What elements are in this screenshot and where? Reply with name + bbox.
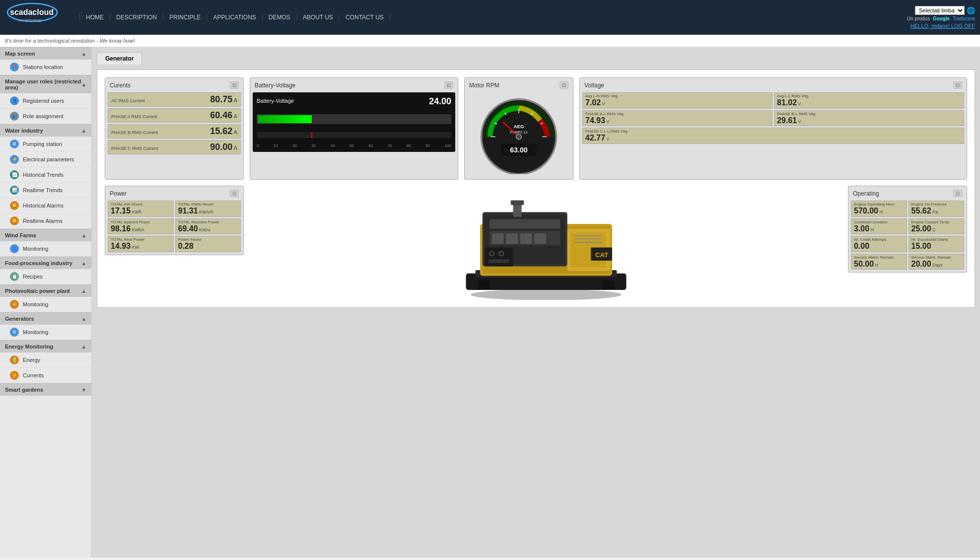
op-value-6: 50.00 xyxy=(854,260,874,268)
rpm-expand[interactable]: ⊡ xyxy=(560,81,568,89)
sidebar-section-users[interactable]: Manage user roles (restricted area) ▲ xyxy=(0,75,91,93)
sidebar-item-energy[interactable]: 🔋 Energy xyxy=(0,352,91,368)
sidebar-item-pump[interactable]: ⚙ Pumping station xyxy=(0,137,91,152)
sidebar-section-energy[interactable]: Energy Monitoring ▲ xyxy=(0,340,91,352)
nav-links: HOME DESCRIPTION PRINCIPLE APPLICATIONS … xyxy=(79,14,907,21)
op-label-7: Service Maint. Remain xyxy=(911,255,962,260)
op-value-2: 3.00 xyxy=(854,224,869,233)
nav-demos[interactable]: DEMOS xyxy=(263,14,297,21)
nav-description[interactable]: DESCRIPTION xyxy=(110,14,163,21)
battery-panel: Battery-Voltage ⊡ Battery-Voltage 24.00 xyxy=(250,77,458,180)
sidebar-section-gardens[interactable]: Smart gardens ▼ xyxy=(0,383,91,396)
power-metric-0: TOTAL KW Hours 17.15 KWh xyxy=(108,201,174,217)
energy-icon: 🔋 xyxy=(10,355,19,364)
currents-unit-2: A xyxy=(232,129,237,135)
sidebar-item-pv-mon[interactable]: ☀ Monitoring xyxy=(0,297,91,312)
sidebar-section-gen-arrow: ▲ xyxy=(81,316,86,322)
currents-expand[interactable]: ⊡ xyxy=(230,81,239,89)
sidebar-section-pv-arrow: ▲ xyxy=(81,288,86,294)
currents-icon: ⚡ xyxy=(10,371,19,380)
power-title: Power xyxy=(110,190,127,197)
sidebar-item-rt-trends[interactable]: 📊 Realtime Trends xyxy=(0,183,91,198)
tab-generator[interactable]: Generator xyxy=(97,52,142,65)
sidebar-section-wind[interactable]: Wind Farms ▲ xyxy=(0,229,91,241)
sidebar-item-currents[interactable]: ⚡ Currents xyxy=(0,368,91,383)
tagline-bar: It's time for a technological revolution… xyxy=(0,35,980,47)
voltage-grid: Avg L-N RMS Vltg 7.02 V Avg L-L RMS Vltg… xyxy=(582,92,964,144)
sidebar-item-hist-trends[interactable]: 📈 Historical Trends xyxy=(0,167,91,183)
power-grid: TOTAL KW Hours 17.15 KWh TOTAL KWAr Hour… xyxy=(108,201,241,252)
rt-trends-icon: 📊 xyxy=(10,186,19,195)
generator-image: CAT xyxy=(452,186,640,300)
op-label-1: Engine Oil Pressure xyxy=(911,202,962,207)
voltage-expand[interactable]: ⊡ xyxy=(953,81,962,89)
row2: Power ⊡ TOTAL KW Hours 17.15 KWh TOTAL K… xyxy=(105,186,967,300)
currents-panel: Curents ⊡ AC RMS Current 80.75 A PHASE A… xyxy=(105,77,244,180)
sidebar-section-water[interactable]: Water industry ▲ xyxy=(0,124,91,137)
translate-icon[interactable]: 🌐 xyxy=(967,6,975,14)
nav-contact[interactable]: CONTACT US xyxy=(340,14,390,21)
sidebar-item-recipes[interactable]: 📋 Recipes xyxy=(0,269,91,284)
nav-about[interactable]: ABOUT US xyxy=(297,14,340,21)
voltage-label-1: Avg L-L RMS Vltg xyxy=(777,94,961,98)
currents-unit-1: A xyxy=(232,113,237,119)
translate-link[interactable]: Traducere xyxy=(953,16,975,21)
sidebar-section-food-label: Food-processing industry xyxy=(5,260,72,266)
currents-unit-0: A xyxy=(232,97,237,103)
sidebar-item-wind-mon[interactable]: 🌀 Monitoring xyxy=(0,241,91,257)
svg-rect-31 xyxy=(520,233,532,244)
power-label-1: TOTAL KWAr Hours xyxy=(178,202,238,207)
battery-expand[interactable]: ⊡ xyxy=(444,81,453,89)
sidebar-item-gen-mon[interactable]: ⚙ Monitoring xyxy=(0,325,91,340)
battery-bar-container xyxy=(257,114,451,124)
op-value-5: 15.00 xyxy=(911,242,931,250)
sidebar-section-pv[interactable]: Photovoltaic power plant ▲ xyxy=(0,284,91,297)
svg-rect-32 xyxy=(534,233,546,244)
currents-value-3: 90.00 xyxy=(210,142,232,152)
operating-expand[interactable]: ⊡ xyxy=(953,190,962,197)
power-value-1: 91.31 xyxy=(178,207,198,215)
svg-point-43 xyxy=(490,251,494,256)
sidebar-section-gen[interactable]: Generators ▲ xyxy=(0,312,91,325)
svg-text:63.00: 63.00 xyxy=(510,146,528,154)
op-metric-4: Nr. Crank Attemps 0.00 xyxy=(851,236,907,252)
sidebar-section-map[interactable]: Map screen ▲ xyxy=(0,47,91,60)
logo-svg: scadacloud new technology xyxy=(5,2,60,32)
pump-icon: ⚙ xyxy=(10,140,19,148)
voltage-label-0: Avg L-N RMS Vltg xyxy=(585,94,770,98)
nav-home[interactable]: HOME xyxy=(79,14,110,21)
sidebar-section-gen-label: Generators xyxy=(5,316,34,322)
rpm-gauge-svg: AEG PUMP2 13 63.00 xyxy=(472,95,566,174)
sidebar-item-hist-alarms[interactable]: 🔔 Historical Alarms xyxy=(0,198,91,213)
translate-label: Un produs xyxy=(907,16,930,21)
voltage-title: Voltage xyxy=(584,82,604,89)
battery-scale: 0 10 20 30 40 50 60 70 80 90 100 xyxy=(257,143,451,148)
nav-applications[interactable]: APPLICATIONS xyxy=(207,14,262,21)
sidebar-item-registered[interactable]: 👤 Registered users xyxy=(0,93,91,109)
sidebar-item-role[interactable]: 👥 Role assignment xyxy=(0,109,91,124)
sidebar-item-role-label: Role assignment xyxy=(23,113,64,119)
op-unit-6: H xyxy=(874,263,878,268)
voltage-metric-0: Avg L-N RMS Vltg 7.02 V xyxy=(582,92,772,109)
logout-link[interactable]: HELLO, redans! LOG OFF xyxy=(910,23,975,29)
language-select[interactable]: Selectați limba xyxy=(915,6,965,15)
currents-label-0: AC RMS Current xyxy=(111,98,145,103)
op-label-4: Nr. Crank Attemps xyxy=(854,237,904,242)
power-expand[interactable]: ⊡ xyxy=(230,190,239,197)
sidebar-item-stations[interactable]: 📍 Stations location xyxy=(0,60,91,75)
nav-principle[interactable]: PRINCIPLE xyxy=(163,14,207,21)
power-value-3: 69.40 xyxy=(178,224,198,233)
battery-header: Battery-Voltage 24.00 xyxy=(257,96,451,107)
rpm-gauge-container: AEG PUMP2 13 63.00 xyxy=(467,92,570,177)
sidebar-item-elec[interactable]: ⚡ Electrical parameters xyxy=(0,152,91,167)
rpm-title-bar: Motor RPM ⊡ xyxy=(467,80,570,90)
sidebar-item-rt-alarms[interactable]: 🔔 Realtime Alarms xyxy=(0,213,91,229)
op-label-3: Engine Coolant Temp xyxy=(911,220,962,224)
sidebar-item-elec-label: Electrical parameters xyxy=(23,156,74,162)
battery-inner: Battery-Voltage 24.00 0 10 20 xyxy=(253,92,455,152)
wind-mon-icon: 🌀 xyxy=(10,244,19,253)
sidebar: Map screen ▲ 📍 Stations location Manage … xyxy=(0,47,92,558)
currents-label-2: PHASE B RMS Current xyxy=(111,130,158,135)
tagline-text: It's time for a technological revolution… xyxy=(5,38,135,44)
sidebar-section-food[interactable]: Food-processing industry ▲ xyxy=(0,257,91,269)
